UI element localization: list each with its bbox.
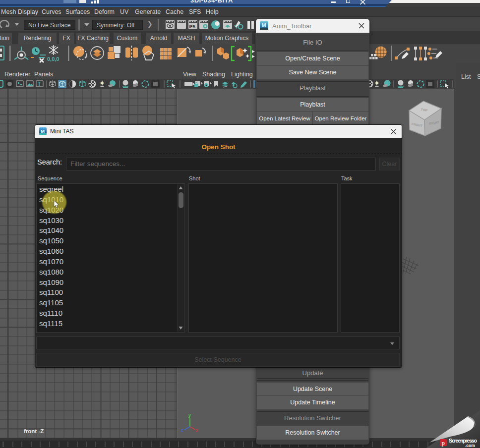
- svg-text:.com: .com: [465, 443, 475, 448]
- svg-text:M: M: [41, 128, 45, 134]
- svg-text:p: p: [442, 440, 445, 447]
- svg-text:M: M: [262, 22, 266, 28]
- svg-text:0,0,0: 0,0,0: [47, 56, 59, 62]
- svg-text:y: y: [188, 413, 191, 418]
- svg-text:T: T: [38, 81, 41, 87]
- svg-text:z: z: [181, 428, 183, 433]
- svg-text:IPR: IPR: [189, 24, 196, 29]
- svg-text:x: x: [196, 428, 198, 433]
